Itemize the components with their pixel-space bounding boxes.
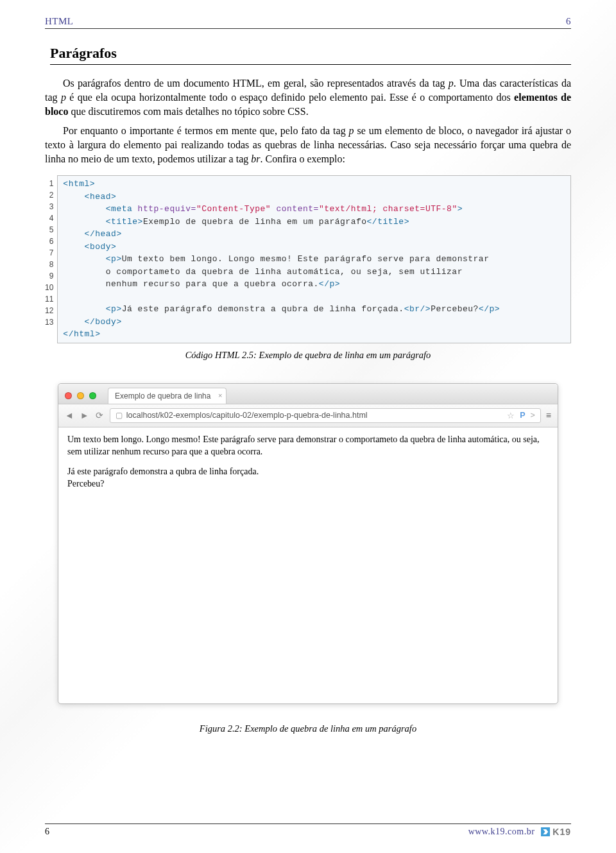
chevron-right-icon[interactable]: > <box>531 411 535 420</box>
inline-tag-p: p <box>449 78 454 89</box>
header-right-page: 6 <box>566 16 571 27</box>
body-paragraph-1: Os parágrafos dentro de um documento HTM… <box>45 76 571 119</box>
rendered-paragraph-2: Já este parágrafo demonstra a qubra de l… <box>67 466 549 490</box>
window-minimize-icon[interactable] <box>77 392 84 399</box>
text-run: é que ela ocupa horizontalmente todo o e… <box>66 92 514 103</box>
body-paragraph-2: Por enquanto o importante é termos em me… <box>45 124 571 166</box>
forward-icon[interactable]: ► <box>80 410 90 420</box>
page-icon: ▢ <box>116 411 123 420</box>
star-icon[interactable]: ☆ <box>507 411 515 420</box>
browser-toolbar: ◄ ► ⟳ ▢ localhost/k02-exemplos/capitulo-… <box>58 404 558 427</box>
inline-tag-p: p <box>349 125 354 136</box>
browser-tab[interactable]: Exemplo de quebra de linha × <box>108 388 227 404</box>
k19-logo-icon <box>541 827 550 836</box>
code-content: <html> <head> <meta http-equiv="Content-… <box>57 175 571 343</box>
code-listing: 12345678910111213 <html> <head> <meta ht… <box>45 175 571 343</box>
back-icon[interactable]: ◄ <box>65 410 75 420</box>
text-run: Os parágrafos dentro de um documento HTM… <box>63 78 449 89</box>
code-line-numbers: 12345678910111213 <box>45 175 57 343</box>
footer-site-url: www.k19.com.br <box>468 827 535 837</box>
text-run: . Confira o exemplo: <box>261 153 345 164</box>
figure-caption: Figura 2.2: Exemplo de quebra de linha e… <box>45 723 571 734</box>
page-footer: 6 www.k19.com.br K19 <box>45 823 571 837</box>
url-bar[interactable]: ▢ localhost/k02-exemplos/capitulo-02/exe… <box>110 408 541 423</box>
text-run: que discutiremos com mais detalhes no tó… <box>68 106 308 117</box>
browser-titlebar: Exemplo de quebra de linha × <box>58 384 558 404</box>
p-icon[interactable]: P <box>520 411 525 420</box>
browser-viewport: Um texto bem longo. Longo mesmo! Este pa… <box>58 427 558 703</box>
rendered-paragraph-1: Um texto bem longo. Longo mesmo! Este pa… <box>67 434 549 458</box>
menu-icon[interactable]: ≡ <box>546 410 551 420</box>
window-close-icon[interactable] <box>65 392 72 399</box>
code-caption: Código HTML 2.5: Exemplo de quebra de li… <box>45 350 571 361</box>
k19-logo-text: K19 <box>552 827 571 837</box>
tab-title: Exemplo de quebra de linha <box>115 392 210 401</box>
window-zoom-icon[interactable] <box>89 392 96 399</box>
url-text: localhost/k02-exemplos/capitulo-02/exemp… <box>126 411 368 420</box>
running-header: HTML 6 <box>45 16 571 29</box>
text-run: Percebeu? <box>67 479 105 488</box>
inline-tag-p: p <box>61 92 66 103</box>
browser-screenshot: Exemplo de quebra de linha × ◄ ► ⟳ ▢ loc… <box>58 383 558 704</box>
reload-icon[interactable]: ⟳ <box>96 410 105 420</box>
k19-logo: K19 <box>541 827 571 837</box>
inline-tag-br: br <box>251 153 260 164</box>
text-run: Já este parágrafo demonstra a qubra de l… <box>67 467 259 476</box>
header-left: HTML <box>45 16 74 27</box>
section-heading: Parágrafos <box>50 45 571 65</box>
text-run: Por enquanto o importante é termos em me… <box>63 125 349 136</box>
footer-page-number: 6 <box>45 827 49 837</box>
close-icon[interactable]: × <box>218 392 222 399</box>
